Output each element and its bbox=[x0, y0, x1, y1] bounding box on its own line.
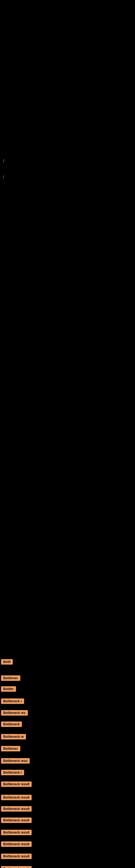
bottleneck-item: Bottleneck result bbox=[0, 866, 32, 868]
bottleneck-label[interactable]: Bottleneck result bbox=[1, 830, 32, 835]
bottleneck-label[interactable]: Bottleneck re bbox=[1, 734, 26, 739]
bottleneck-item: Bottleneck result bbox=[0, 781, 32, 787]
bottleneck-label[interactable]: Bottlenec bbox=[1, 746, 20, 751]
bottleneck-label[interactable]: Bottleneck r bbox=[1, 699, 24, 704]
bottleneck-label[interactable]: Bottler bbox=[1, 686, 16, 692]
bottleneck-label[interactable]: Bottleneck r bbox=[1, 770, 24, 775]
bottleneck-item: Bottleneck r bbox=[0, 770, 24, 776]
bottleneck-item: Bottleneck result bbox=[0, 854, 32, 860]
bottleneck-item: Bottleneck bbox=[0, 721, 22, 727]
bottleneck-label[interactable]: Bottleneck result bbox=[1, 854, 32, 859]
bottleneck-item: Bottleneck r bbox=[0, 699, 24, 705]
bottleneck-item: Bottleneck re bbox=[0, 734, 26, 740]
bottleneck-item: Bottleneck result bbox=[0, 795, 32, 801]
bottleneck-label[interactable]: Bottleneck result bbox=[1, 841, 32, 847]
bottleneck-label[interactable]: Bottleneck resu bbox=[1, 758, 30, 764]
bottleneck-item: Bottleneck res bbox=[0, 710, 28, 716]
bottleneck-item: Bottleneck result bbox=[0, 806, 32, 812]
bottleneck-label[interactable]: Bottleneck result bbox=[1, 795, 32, 800]
bottleneck-label[interactable]: Bottleneck result bbox=[1, 781, 32, 787]
bottleneck-item: Bottler bbox=[0, 686, 16, 692]
bottleneck-label[interactable]: Bottleneck result bbox=[1, 817, 32, 823]
bottleneck-label[interactable]: Bottleneck bbox=[1, 721, 22, 727]
bottleneck-label[interactable]: Bottleneck result bbox=[1, 806, 32, 812]
bottleneck-item: Bottl bbox=[0, 659, 13, 665]
bottleneck-item: Bottleneck result bbox=[0, 830, 32, 836]
bottleneck-label[interactable]: Bottl bbox=[1, 659, 13, 664]
bottleneck-label[interactable]: Bottleneck res bbox=[1, 710, 28, 716]
bottleneck-label[interactable]: Bottleneck result bbox=[1, 866, 32, 868]
text-line-1: | bbox=[1, 157, 6, 163]
text-line-2: | bbox=[1, 174, 6, 180]
bottleneck-item: Bottleneck result bbox=[0, 841, 32, 847]
bottleneck-item: Bottleneck resu bbox=[0, 758, 30, 764]
bottleneck-item: Bottleneck result bbox=[0, 817, 32, 824]
bottleneck-item: Bottlenec bbox=[0, 675, 20, 681]
bottleneck-item: Bottlenec bbox=[0, 746, 20, 752]
bottleneck-label[interactable]: Bottlenec bbox=[1, 675, 20, 681]
